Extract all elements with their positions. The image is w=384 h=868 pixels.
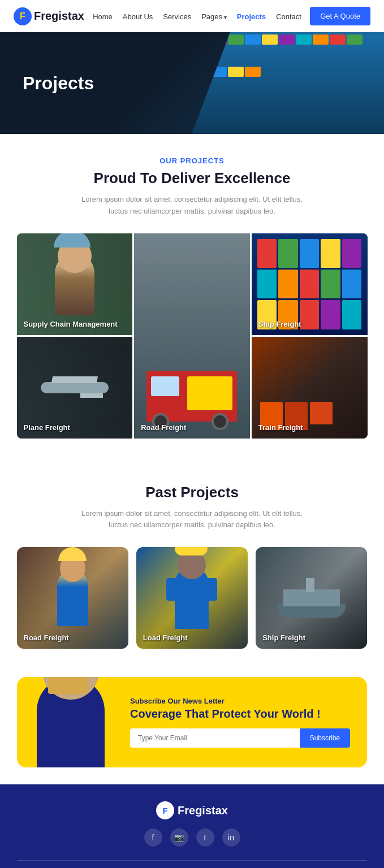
nav-item-projects[interactable]: Projects [237, 11, 266, 21]
container-block [296, 34, 312, 45]
footer-info: 🏠 Address Plaza XYZ Street, XYZ City, XY… [17, 860, 367, 868]
hero-title: Projects [0, 73, 94, 94]
logo-icon: F [14, 7, 32, 25]
gallery-label-supply: Supply Chain Management [24, 320, 118, 328]
newsletter-subscribe-button[interactable]: Subscribe [300, 728, 350, 748]
gallery-label-road: Road Freight [141, 423, 186, 432]
footer-logo-icon: F [156, 801, 174, 819]
gallery-item-train[interactable]: Train Freight [252, 337, 368, 439]
newsletter-card: Subscribe Our News Letter Coverage That … [17, 677, 367, 767]
footer-logo: F Fregistax [17, 801, 367, 819]
newsletter-person-illustration [28, 677, 119, 767]
newsletter-form: Subscribe [130, 728, 350, 748]
container-block [279, 34, 295, 45]
container-block [330, 34, 346, 45]
gallery-label-ship: Ship Freight [258, 320, 301, 328]
our-projects-title: Proud To Deliver Excellence [11, 170, 373, 187]
past-projects-title: Past Projects [11, 484, 373, 501]
container-block [228, 67, 244, 77]
container-block [313, 34, 329, 45]
past-card-load[interactable]: Load Freight [136, 547, 248, 649]
container-block [211, 34, 227, 45]
nav-item-home[interactable]: Home [93, 11, 113, 21]
container-block [228, 34, 244, 45]
nav-item-services[interactable]: Services [163, 11, 191, 21]
gallery-grid: Supply Chain Management Road Freight [17, 233, 368, 439]
container-block [347, 34, 363, 45]
newsletter-section: Subscribe Our News Letter Coverage That … [0, 666, 384, 784]
container-block [245, 67, 261, 77]
newsletter-content: Subscribe Our News Letter Coverage That … [130, 697, 350, 748]
get-quote-button[interactable]: Get A Quote [310, 7, 370, 25]
twitter-icon[interactable]: t [196, 828, 214, 847]
gallery-label-plane: Plane Freight [24, 423, 70, 432]
footer-socials: f 📷 t in [17, 828, 367, 847]
container-block [211, 67, 227, 77]
newsletter-email-input[interactable] [130, 728, 300, 748]
container-block [245, 34, 261, 45]
facebook-icon[interactable]: f [144, 828, 162, 847]
navbar: F Fregistax Home About Us Services Pages… [0, 0, 384, 32]
brand-name: Fregistax [34, 10, 84, 23]
gallery-item-ship[interactable]: Ship Freight [252, 233, 368, 335]
instagram-icon[interactable]: 📷 [170, 828, 188, 847]
gallery-item-road[interactable]: Road Freight [134, 233, 250, 439]
past-card-ship[interactable]: Ship Freight [256, 547, 367, 649]
footer-brand-name: Fregistax [178, 804, 228, 817]
nav-item-contact[interactable]: Contact [276, 11, 301, 21]
past-projects-desc: Lorem ipsum dolor sit amet, consectetur … [79, 508, 305, 532]
our-projects-label: Our Projects [11, 157, 373, 165]
gallery-item-plane[interactable]: Plane Freight [17, 337, 133, 439]
past-card-road[interactable]: Road Freight [17, 547, 128, 649]
hero-section: Projects [0, 32, 384, 134]
linkedin-icon[interactable]: in [222, 828, 240, 847]
footer: F Fregistax f 📷 t in 🏠 Address Plaza XYZ… [0, 784, 384, 868]
hero-ship-decoration [192, 32, 384, 134]
nav-item-pages[interactable]: Pages [201, 11, 227, 21]
past-projects-section: Past Projects Lorem ipsum dolor sit amet… [0, 472, 384, 666]
nav-item-about[interactable]: About Us [123, 11, 153, 21]
hero-containers [209, 32, 378, 100]
container-block [262, 34, 278, 45]
gallery-item-supply[interactable]: Supply Chain Management [17, 233, 133, 335]
newsletter-sub-label: Subscribe Our News Letter [130, 697, 350, 705]
gallery-label-train: Train Freight [258, 423, 303, 432]
nav-links: Home About Us Services Pages Projects Co… [93, 11, 301, 21]
past-projects-grid: Road Freight Load Freight [17, 547, 368, 649]
our-projects-desc: Lorem ipsum dolor sit amet, consectetur … [79, 194, 305, 218]
our-projects-section: Our Projects Proud To Deliver Excellence… [0, 134, 384, 472]
newsletter-title: Coverage That Protect Your World ! [130, 708, 350, 721]
brand-logo[interactable]: F Fregistax [14, 7, 84, 25]
